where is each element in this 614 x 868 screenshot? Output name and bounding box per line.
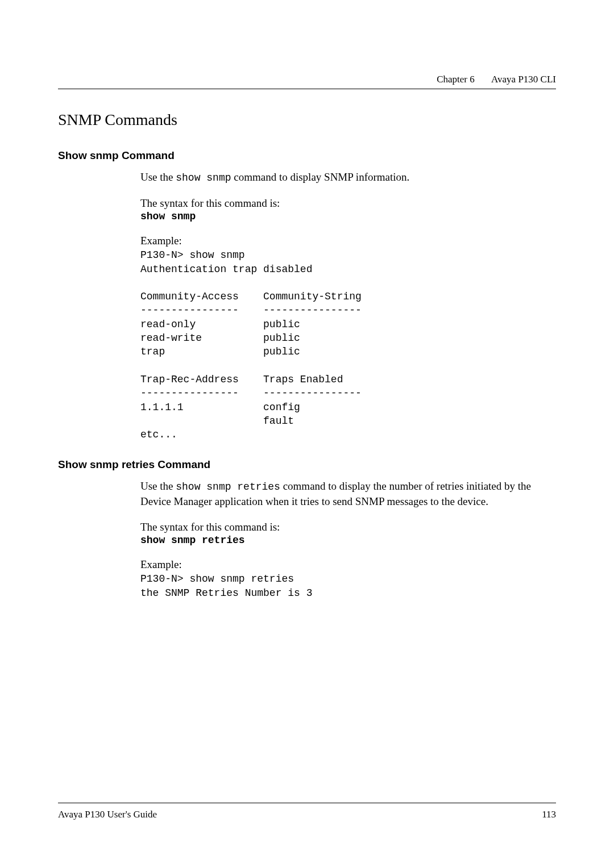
- page-footer: Avaya P130 User's Guide 113: [58, 803, 556, 820]
- sub1-syntax-label: The syntax for this command is:: [140, 197, 556, 210]
- sub1-desc-mono: show snmp: [176, 172, 231, 183]
- sub2-syntax-label: The syntax for this command is:: [140, 521, 556, 533]
- sub2-example-label: Example:: [140, 558, 556, 571]
- sub2-desc-pre: Use the: [140, 480, 176, 492]
- header-text: Chapter 6 Avaya P130 CLI: [58, 74, 556, 85]
- subsection-show-snmp: Show snmp Command: [58, 149, 556, 162]
- footer-left: Avaya P130 User's Guide: [58, 809, 157, 820]
- footer-page-number: 113: [542, 809, 556, 820]
- sub2-example-code: P130-N> show snmp retries the SNMP Retri…: [140, 572, 556, 600]
- chapter-label: Chapter 6: [437, 74, 475, 85]
- header-title: Avaya P130 CLI: [491, 74, 556, 85]
- sub1-description: Use the show snmp command to display SNM…: [140, 170, 556, 185]
- sub2-desc-mono: show snmp retries: [176, 481, 280, 493]
- sub1-desc-pre: Use the: [140, 171, 176, 183]
- page-header: Chapter 6 Avaya P130 CLI: [58, 74, 556, 89]
- sub1-desc-post: command to display SNMP information.: [231, 171, 409, 183]
- sub1-example-code: P130-N> show snmp Authentication trap di…: [140, 248, 556, 441]
- sub2-description: Use the show snmp retries command to dis…: [140, 479, 556, 508]
- sub1-syntax-cmd: show snmp: [140, 211, 556, 222]
- sub2-syntax-cmd: show snmp retries: [140, 535, 556, 546]
- sub1-example-label: Example:: [140, 235, 556, 247]
- subsection-show-snmp-retries: Show snmp retries Command: [58, 458, 556, 471]
- section-title: SNMP Commands: [58, 111, 556, 129]
